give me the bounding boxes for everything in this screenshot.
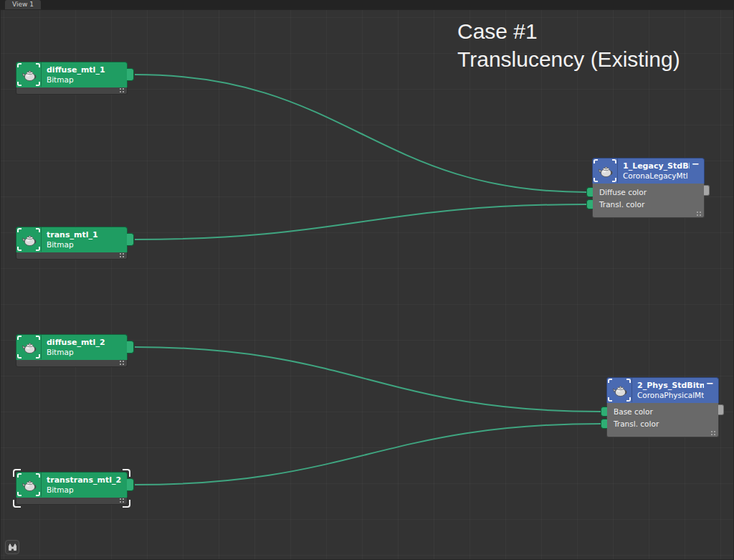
icon-corner-mark — [36, 247, 40, 251]
input-row: Transl. color — [607, 418, 718, 430]
input-socket[interactable] — [601, 407, 607, 417]
selection-bracket — [123, 500, 130, 508]
input-row: Base color — [607, 406, 718, 418]
node-footer[interactable] — [16, 498, 128, 505]
binoculars-icon — [8, 541, 17, 554]
tab-view1[interactable]: View 1 — [5, 0, 41, 9]
icon-corner-mark — [17, 336, 22, 340]
teapot-icon — [22, 340, 37, 355]
collapse-button[interactable]: − — [692, 158, 700, 170]
teapot-icon — [612, 383, 627, 398]
icon-corner-mark — [608, 379, 612, 383]
resize-grip[interactable] — [118, 360, 125, 365]
input-label: Base color — [614, 407, 653, 416]
collapse-button[interactable]: − — [706, 378, 714, 389]
node-type: Bitmap — [47, 485, 121, 495]
input-label: Transl. color — [614, 419, 659, 428]
node-title: 2_Phys_StdBitm… — [637, 380, 704, 391]
view-tab-bar: View 1 — [0, 0, 734, 9]
output-socket[interactable] — [718, 404, 724, 415]
node-footer[interactable] — [16, 87, 128, 95]
node-title: transtrans_mtl_2 — [47, 475, 121, 485]
icon-corner-mark — [36, 228, 40, 232]
selection-bracket — [123, 469, 130, 477]
teapot-icon — [22, 232, 37, 247]
output-socket[interactable] — [127, 478, 134, 491]
icon-corner-mark — [608, 397, 612, 402]
node-footer[interactable] — [16, 252, 128, 260]
material-thumbnail[interactable] — [593, 158, 618, 183]
material-node-body: Diffuse color Transl. color — [592, 184, 705, 218]
icon-corner-mark — [36, 336, 40, 340]
icon-corner-mark — [594, 178, 598, 182]
icon-corner-mark — [36, 473, 40, 478]
node-type: Bitmap — [47, 348, 105, 357]
input-label: Diffuse color — [599, 188, 647, 196]
icon-corner-mark — [36, 492, 40, 496]
node-title: trans_mtl_1 — [47, 229, 98, 240]
material-node-2_Phys_StdBitm[interactable]: 2_Phys_StdBitm… CoronaPhysicalMtl − Base… — [606, 377, 719, 437]
material-thumbnail[interactable] — [607, 378, 632, 402]
resize-grip[interactable] — [695, 211, 702, 216]
map-node-text: trans_mtl_1 Bitmap — [42, 227, 98, 252]
slate-material-editor: View 1 diffuse_mtl_1 Bitmap tra — [0, 0, 734, 560]
output-socket[interactable] — [127, 68, 134, 81]
map-node-text: diffuse_mtl_2 Bitmap — [42, 335, 105, 360]
annotation-line1: Case #1 — [457, 17, 680, 45]
map-node-text: transtrans_mtl_2 Bitmap — [42, 473, 121, 498]
output-socket[interactable] — [127, 233, 134, 246]
navigator-binoculars-button[interactable] — [5, 540, 19, 554]
node-type: Bitmap — [47, 240, 98, 250]
input-socket[interactable] — [586, 199, 593, 209]
teapot-icon — [598, 163, 613, 179]
annotation-line2: Translucency (Existing) — [457, 45, 680, 73]
icon-corner-mark — [626, 379, 631, 383]
icon-corner-mark — [626, 397, 631, 402]
map-node-text: diffuse_mtl_1 Bitmap — [42, 62, 105, 87]
resize-grip[interactable] — [118, 252, 125, 257]
selection-bracket — [13, 469, 21, 477]
icon-corner-mark — [36, 354, 40, 359]
icon-corner-mark — [612, 159, 616, 163]
icon-corner-mark — [17, 228, 22, 232]
map-node-body[interactable]: trans_mtl_1 Bitmap — [16, 227, 128, 252]
map-node-diffuse_mtl_1[interactable]: diffuse_mtl_1 Bitmap — [16, 62, 128, 95]
map-node-body[interactable]: diffuse_mtl_1 Bitmap — [16, 62, 128, 87]
material-node-header[interactable]: 2_Phys_StdBitm… CoronaPhysicalMtl − — [606, 377, 719, 403]
input-socket[interactable] — [586, 187, 593, 197]
map-node-body[interactable]: diffuse_mtl_2 Bitmap — [16, 334, 128, 360]
canvas-annotation: Case #1 Translucency (Existing) — [457, 17, 680, 73]
input-socket[interactable] — [601, 419, 607, 429]
material-node-text: 2_Phys_StdBitm… CoronaPhysicalMtl — [632, 378, 704, 403]
bitmap-thumbnail[interactable] — [16, 227, 42, 252]
icon-corner-mark — [17, 492, 22, 496]
input-row: Diffuse color — [593, 186, 704, 199]
material-node-header[interactable]: 1_Legacy_StdBi… CoronaLegacyMtl − — [592, 158, 705, 184]
bitmap-thumbnail[interactable] — [16, 62, 42, 87]
map-node-body[interactable]: transtrans_mtl_2 Bitmap — [16, 472, 128, 498]
icon-corner-mark — [17, 247, 22, 251]
node-title: diffuse_mtl_1 — [47, 65, 105, 75]
material-node-1_Legacy_StdBi[interactable]: 1_Legacy_StdBi… CoronaLegacyMtl − Diffus… — [592, 158, 705, 218]
resize-grip[interactable] — [710, 430, 716, 435]
node-title: diffuse_mtl_2 — [47, 337, 105, 348]
teapot-icon — [22, 67, 37, 82]
map-node-diffuse_mtl_2[interactable]: diffuse_mtl_2 Bitmap — [16, 334, 128, 367]
output-socket[interactable] — [127, 341, 134, 353]
output-socket[interactable] — [704, 185, 710, 196]
bitmap-thumbnail[interactable] — [16, 335, 42, 359]
input-label: Transl. color — [599, 200, 644, 209]
selection-bracket — [13, 500, 21, 508]
map-node-trans_mtl_1[interactable]: trans_mtl_1 Bitmap — [16, 227, 128, 260]
input-row: Transl. color — [593, 199, 704, 211]
node-type: Bitmap — [47, 75, 105, 85]
node-type: CoronaLegacyMtl — [623, 171, 690, 181]
node-footer[interactable] — [16, 360, 128, 367]
map-node-transtrans_mtl_2[interactable]: transtrans_mtl_2 Bitmap — [16, 472, 128, 505]
node-type: CoronaPhysicalMtl — [637, 391, 704, 400]
icon-corner-mark — [36, 63, 40, 67]
material-node-text: 1_Legacy_StdBi… CoronaLegacyMtl — [618, 158, 690, 184]
material-node-body: Base color Transl. color — [606, 403, 719, 437]
node-title: 1_Legacy_StdBi… — [623, 161, 690, 171]
resize-grip[interactable] — [118, 87, 125, 92]
